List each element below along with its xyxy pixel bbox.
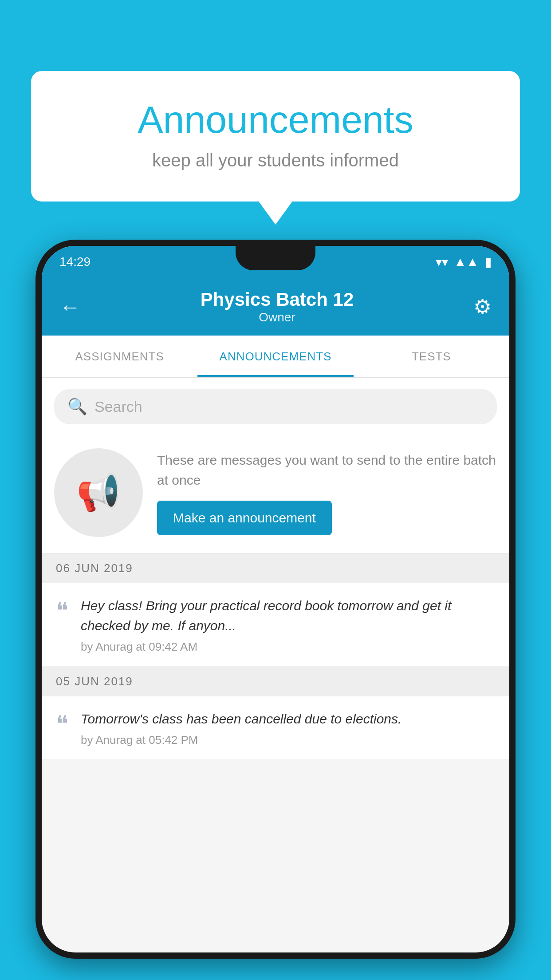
- search-placeholder: Search: [94, 398, 142, 415]
- phone-wrapper: 14:29 ▾▾ ▲▲ ▮ ← Physics Batch 12 Owner ⚙: [35, 240, 516, 980]
- tab-assignments[interactable]: ASSIGNMENTS: [42, 336, 197, 377]
- search-icon: 🔍: [67, 397, 87, 416]
- announcement-meta-2: by Anurag at 05:42 PM: [81, 733, 495, 747]
- date-separator-2: 05 JUN 2019: [42, 667, 509, 696]
- promo-icon-circle: 📢: [54, 448, 143, 537]
- promo-description: These are messages you want to send to t…: [157, 450, 497, 490]
- top-bar-center: Physics Batch 12 Owner: [81, 289, 473, 324]
- tab-announcements-label: ANNOUNCEMENTS: [220, 350, 332, 364]
- tab-tests[interactable]: TESTS: [354, 336, 509, 377]
- announcement-item-2[interactable]: ❝ Tomorrow's class has been cancelled du…: [42, 696, 509, 760]
- announcement-message-1: Hey class! Bring your practical record b…: [81, 596, 495, 636]
- settings-icon[interactable]: ⚙: [473, 295, 492, 319]
- battery-icon: ▮: [485, 255, 492, 269]
- quote-icon-1: ❝: [56, 599, 68, 622]
- speech-bubble: Announcements keep all your students inf…: [31, 71, 520, 202]
- phone-notch: [236, 246, 315, 270]
- date-separator-1: 06 JUN 2019: [42, 553, 509, 583]
- megaphone-icon: 📢: [76, 472, 121, 514]
- date-label-2: 05 JUN 2019: [56, 675, 133, 688]
- speech-bubble-container: Announcements keep all your students inf…: [31, 71, 520, 202]
- announcement-message-2: Tomorrow's class has been cancelled due …: [81, 709, 495, 729]
- bubble-subtitle: keep all your students informed: [67, 150, 484, 170]
- top-bar-title: Physics Batch 12: [81, 289, 473, 310]
- search-bar[interactable]: 🔍 Search: [54, 389, 497, 424]
- wifi-icon: ▾▾: [436, 255, 448, 269]
- tab-tests-label: TESTS: [412, 350, 451, 364]
- phone-body: 14:29 ▾▾ ▲▲ ▮ ← Physics Batch 12 Owner ⚙: [35, 240, 516, 959]
- bubble-title: Announcements: [67, 98, 484, 142]
- status-time: 14:29: [59, 255, 91, 269]
- tab-bar: ASSIGNMENTS ANNOUNCEMENTS TESTS: [42, 336, 509, 378]
- signal-icon: ▲▲: [454, 255, 479, 269]
- quote-icon-2: ❝: [56, 712, 68, 735]
- phone-screen: 14:29 ▾▾ ▲▲ ▮ ← Physics Batch 12 Owner ⚙: [42, 246, 509, 952]
- announcement-item-1[interactable]: ❝ Hey class! Bring your practical record…: [42, 583, 509, 667]
- content-area: 🔍 Search 📢 These are messages you want t…: [42, 378, 509, 760]
- date-label-1: 06 JUN 2019: [56, 561, 133, 575]
- top-bar: ← Physics Batch 12 Owner ⚙: [42, 278, 509, 336]
- announcement-text-1: Hey class! Bring your practical record b…: [81, 596, 495, 654]
- promo-right: These are messages you want to send to t…: [157, 450, 497, 535]
- top-bar-subtitle: Owner: [81, 310, 473, 324]
- promo-section: 📢 These are messages you want to send to…: [42, 435, 509, 553]
- back-button[interactable]: ←: [59, 295, 81, 319]
- announcement-meta-1: by Anurag at 09:42 AM: [81, 640, 495, 654]
- make-announcement-button[interactable]: Make an announcement: [157, 501, 332, 535]
- tab-announcements[interactable]: ANNOUNCEMENTS: [197, 336, 353, 377]
- status-icons: ▾▾ ▲▲ ▮: [436, 255, 492, 269]
- tab-assignments-label: ASSIGNMENTS: [75, 350, 164, 364]
- announcement-text-2: Tomorrow's class has been cancelled due …: [81, 709, 495, 747]
